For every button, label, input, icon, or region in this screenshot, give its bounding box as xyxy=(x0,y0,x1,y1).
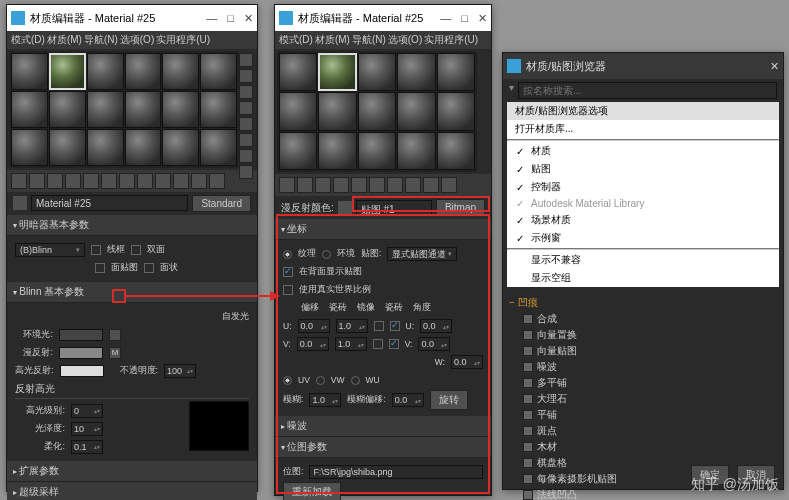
chk-maps[interactable]: ✓贴图 xyxy=(507,160,779,178)
material-slot[interactable] xyxy=(397,132,435,170)
assign-icon[interactable] xyxy=(47,173,63,189)
shader-type-button[interactable]: Standard xyxy=(192,195,251,212)
show-map-icon[interactable] xyxy=(155,173,171,189)
material-slot[interactable] xyxy=(318,132,356,170)
menu-mode[interactable]: 模式(D) xyxy=(11,33,45,47)
gloss-spinner[interactable]: 10 xyxy=(71,422,103,436)
make-unique-icon[interactable] xyxy=(101,173,117,189)
material-slot[interactable] xyxy=(279,92,317,130)
sibling-icon[interactable] xyxy=(209,173,225,189)
parent-icon[interactable] xyxy=(191,173,207,189)
material-slot[interactable] xyxy=(358,53,396,91)
menu-nav[interactable]: 导航(N) xyxy=(84,33,118,47)
put-material-icon[interactable] xyxy=(29,173,45,189)
material-slot[interactable] xyxy=(11,91,48,128)
u-mirror-check[interactable] xyxy=(374,321,384,331)
v-tile-spinner[interactable]: 1.0 xyxy=(335,337,367,351)
material-slot[interactable] xyxy=(397,92,435,130)
material-slot[interactable] xyxy=(125,129,162,166)
tool-icon[interactable] xyxy=(441,177,457,193)
material-slot[interactable] xyxy=(279,53,317,91)
material-name-input[interactable]: Material #25 xyxy=(31,195,188,211)
material-slot[interactable] xyxy=(358,132,396,170)
twoside-checkbox[interactable] xyxy=(131,245,141,255)
tool-icon[interactable] xyxy=(351,177,367,193)
put-library-icon[interactable] xyxy=(119,173,135,189)
ambient-swatch[interactable] xyxy=(59,329,103,341)
maximize-button[interactable]: □ xyxy=(461,12,468,25)
bitmap-path-input[interactable]: F:\SR\jpg\shiba.png xyxy=(309,465,483,479)
chk-sample[interactable]: ✓示例窗 xyxy=(507,229,779,247)
reset-icon[interactable] xyxy=(65,173,81,189)
rollout-supersample[interactable]: 超级采样 xyxy=(7,482,257,500)
rollout-blinn[interactable]: Blinn 基本参数 xyxy=(7,282,257,303)
blur-spinner[interactable]: 1.0 xyxy=(309,393,341,407)
map-item[interactable]: 木材 xyxy=(509,439,777,455)
material-slot[interactable] xyxy=(437,53,475,91)
material-slot[interactable] xyxy=(200,53,237,90)
show-end-icon[interactable] xyxy=(173,173,189,189)
vw-radio[interactable] xyxy=(316,376,325,385)
minimize-button[interactable]: — xyxy=(206,12,217,25)
sample-type-icon[interactable] xyxy=(239,53,253,67)
tool-icon[interactable] xyxy=(369,177,385,193)
material-slot[interactable] xyxy=(162,129,199,166)
ambient-lock-icon[interactable] xyxy=(109,329,121,341)
chk-show-empty[interactable]: 显示空组 xyxy=(507,269,779,287)
tool-icon[interactable] xyxy=(297,177,313,193)
texture-radio[interactable] xyxy=(283,250,292,259)
options-icon[interactable] xyxy=(239,149,253,163)
rollout-shader-basic[interactable]: 明暗器基本参数 xyxy=(7,215,257,236)
rollout-bitmap[interactable]: 位图参数 xyxy=(275,437,491,458)
material-slot[interactable] xyxy=(437,92,475,130)
dropper-icon[interactable] xyxy=(338,201,352,215)
video-check-icon[interactable] xyxy=(239,117,253,131)
menu-material[interactable]: 材质(M) xyxy=(315,33,350,47)
tool-icon[interactable] xyxy=(315,177,331,193)
menu-options[interactable]: 选项(O) xyxy=(388,33,422,47)
rollout-coords[interactable]: 坐标 xyxy=(275,219,491,240)
map-type-button[interactable]: Bitmap xyxy=(436,199,485,216)
material-slot[interactable] xyxy=(125,91,162,128)
material-slot[interactable] xyxy=(318,92,356,130)
titlebar[interactable]: 材质编辑器 - Material #25 — □ ✕ xyxy=(7,5,257,31)
menu-util[interactable]: 实用程序(U) xyxy=(424,33,478,47)
material-slot[interactable] xyxy=(162,91,199,128)
material-slot[interactable] xyxy=(437,132,475,170)
close-button[interactable]: ✕ xyxy=(478,12,487,25)
rotate-button[interactable]: 旋转 xyxy=(430,390,468,410)
wu-radio[interactable] xyxy=(351,376,360,385)
material-slot[interactable] xyxy=(279,132,317,170)
backlight-icon[interactable] xyxy=(239,69,253,83)
chk-autodesk-lib[interactable]: ✓Autodesk Material Library xyxy=(507,196,779,211)
tool-icon[interactable] xyxy=(387,177,403,193)
copy-icon[interactable] xyxy=(83,173,99,189)
blur-off-spinner[interactable]: 0.0 xyxy=(392,393,424,407)
material-slot[interactable] xyxy=(87,53,124,90)
menu-nav[interactable]: 导航(N) xyxy=(352,33,386,47)
menu-material[interactable]: 材质(M) xyxy=(47,33,82,47)
chk-scene-mat[interactable]: ✓场景材质 xyxy=(507,211,779,229)
chk-materials[interactable]: ✓材质 xyxy=(507,142,779,160)
u-offset-spinner[interactable]: 0.0 xyxy=(298,319,330,333)
specular-swatch[interactable] xyxy=(60,365,104,377)
diffuse-swatch[interactable] xyxy=(59,347,103,359)
diffuse-map-button[interactable]: M xyxy=(109,347,121,359)
uvtile-icon[interactable] xyxy=(239,101,253,115)
menu-util[interactable]: 实用程序(U) xyxy=(156,33,210,47)
v-mirror-check[interactable] xyxy=(373,339,383,349)
show-back-checkbox[interactable] xyxy=(283,267,293,277)
map-item[interactable]: 合成 xyxy=(509,311,777,327)
realworld-checkbox[interactable] xyxy=(283,285,293,295)
material-slot[interactable] xyxy=(11,53,48,90)
w-angle-spinner[interactable]: 0.0 xyxy=(451,355,483,369)
background-icon[interactable] xyxy=(239,85,253,99)
chk-show-incompat[interactable]: 显示不兼容 xyxy=(507,251,779,269)
rollout-noise[interactable]: 噪波 xyxy=(275,416,491,437)
map-item[interactable]: 噪波 xyxy=(509,359,777,375)
material-slot[interactable] xyxy=(125,53,162,90)
chk-controllers[interactable]: ✓控制器 xyxy=(507,178,779,196)
u-tile-check[interactable] xyxy=(390,321,400,331)
material-slot[interactable] xyxy=(200,91,237,128)
material-slot[interactable] xyxy=(87,129,124,166)
